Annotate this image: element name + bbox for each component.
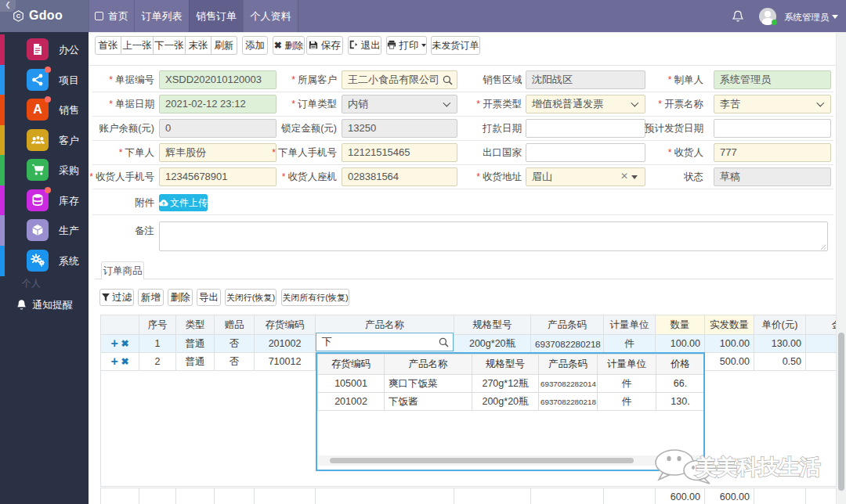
svg-text:美美科技生活: 美美科技生活	[695, 455, 821, 479]
svg-text:C: C	[16, 13, 21, 20]
